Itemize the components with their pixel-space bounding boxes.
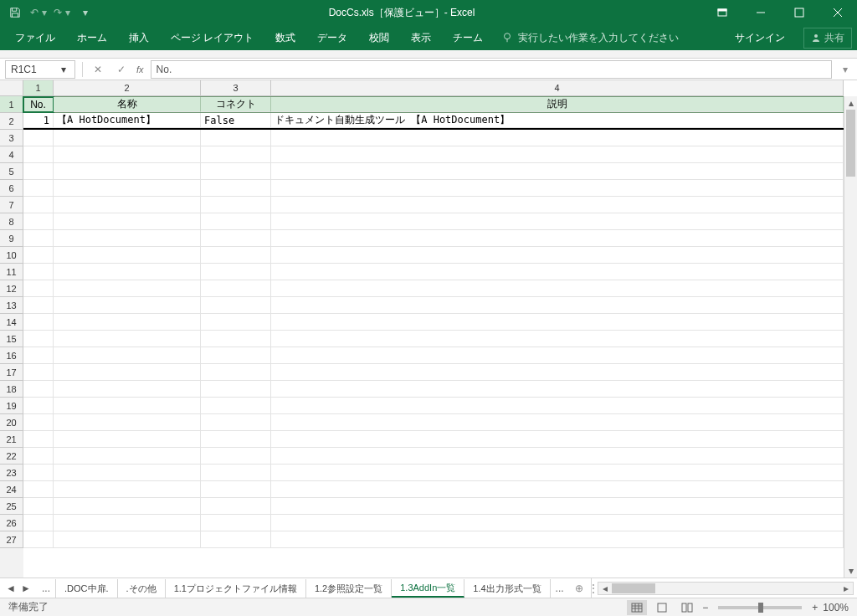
cell-empty[interactable] [23, 314, 54, 331]
cell-r1c4[interactable]: 説明 [271, 97, 844, 112]
cell-empty[interactable] [54, 414, 201, 431]
worksheet[interactable]: 1 2 3 4 12345678910111213141516171819202… [0, 80, 857, 578]
cell-empty[interactable] [201, 364, 271, 381]
tab-file[interactable]: ファイル [5, 26, 65, 50]
cell-empty[interactable] [271, 314, 844, 331]
row-header-5[interactable]: 5 [0, 163, 23, 180]
cell-empty[interactable] [201, 314, 271, 331]
cell-empty[interactable] [23, 197, 54, 213]
tell-me-search[interactable]: 実行したい作業を入力してください [501, 31, 679, 45]
row-header-19[interactable]: 19 [0, 398, 23, 414]
cell-empty[interactable] [201, 130, 271, 146]
view-normal-icon[interactable] [627, 600, 647, 615]
row-header-3[interactable]: 3 [0, 130, 23, 146]
cell-empty[interactable] [201, 414, 271, 431]
cell-empty[interactable] [54, 381, 201, 398]
cell-empty[interactable] [201, 297, 271, 314]
cell-empty[interactable] [23, 331, 54, 347]
tab-home[interactable]: ホーム [67, 26, 117, 50]
signin-link[interactable]: サインイン [725, 26, 795, 50]
cell-r1c1[interactable]: No. [23, 97, 54, 112]
cell-empty[interactable] [23, 213, 54, 230]
cell-empty[interactable] [271, 448, 844, 465]
cell-r2c2[interactable]: 【A HotDocument】 [54, 113, 201, 128]
row-header-10[interactable]: 10 [0, 247, 23, 264]
cell-empty[interactable] [54, 331, 201, 347]
cell-empty[interactable] [54, 247, 201, 264]
tab-team[interactable]: チーム [443, 26, 493, 50]
vertical-scrollbar[interactable]: ▴ ▾ [844, 96, 857, 578]
cell-empty[interactable] [23, 465, 54, 481]
cell-empty[interactable] [201, 180, 271, 197]
row-header-1[interactable]: 1 [0, 96, 23, 113]
cell-empty[interactable] [23, 280, 54, 297]
row-header-11[interactable]: 11 [0, 264, 23, 280]
cell-empty[interactable] [23, 347, 54, 364]
cell-empty[interactable] [23, 398, 54, 414]
qat-customize-icon[interactable]: ▾ [75, 3, 95, 23]
cell-empty[interactable] [271, 180, 844, 197]
ribbon-display-icon[interactable] [703, 0, 742, 25]
cell-empty[interactable] [23, 498, 54, 515]
formula-input[interactable]: No. [151, 60, 832, 79]
row-header-23[interactable]: 23 [0, 465, 23, 481]
cell-empty[interactable] [23, 247, 54, 264]
tabs-overflow-right[interactable]: ... [551, 583, 569, 594]
cell-empty[interactable] [201, 398, 271, 414]
cell-empty[interactable] [54, 448, 201, 465]
cell-empty[interactable] [23, 146, 54, 163]
cell-empty[interactable] [271, 498, 844, 515]
row-header-26[interactable]: 26 [0, 515, 23, 531]
zoom-in-button[interactable]: + [812, 602, 818, 613]
tab-nav-next-icon[interactable]: ► [20, 583, 32, 594]
cell-empty[interactable] [201, 531, 271, 548]
expand-formula-icon[interactable]: ▾ [839, 64, 852, 75]
cell-r2c3[interactable]: False [201, 113, 271, 128]
cell-empty[interactable] [54, 280, 201, 297]
row-header-21[interactable]: 21 [0, 431, 23, 448]
row-header-24[interactable]: 24 [0, 481, 23, 498]
cell-empty[interactable] [201, 247, 271, 264]
minimize-icon[interactable] [742, 0, 780, 25]
zoom-level[interactable]: 100% [823, 602, 849, 613]
name-box[interactable]: R1C1 ▾ [5, 60, 75, 79]
row-header-17[interactable]: 17 [0, 364, 23, 381]
accept-formula-icon[interactable]: ✓ [113, 61, 130, 78]
cell-empty[interactable] [201, 498, 271, 515]
cell-empty[interactable] [271, 163, 844, 180]
sheet-tab-13-active[interactable]: 1.3AddIn一覧 [392, 579, 464, 598]
row-header-7[interactable]: 7 [0, 197, 23, 213]
row-header-13[interactable]: 13 [0, 297, 23, 314]
share-button[interactable]: 共有 [803, 28, 852, 49]
cell-empty[interactable] [23, 414, 54, 431]
cell-empty[interactable] [201, 381, 271, 398]
cell-empty[interactable] [271, 481, 844, 498]
cell-empty[interactable] [23, 264, 54, 280]
cell-empty[interactable] [271, 431, 844, 448]
cell-empty[interactable] [54, 264, 201, 280]
cell-empty[interactable] [271, 414, 844, 431]
select-all-corner[interactable] [0, 80, 23, 96]
cell-empty[interactable] [23, 180, 54, 197]
zoom-out-button[interactable]: − [702, 602, 708, 613]
cell-empty[interactable] [23, 481, 54, 498]
cell-empty[interactable] [201, 264, 271, 280]
new-sheet-icon[interactable]: ⊕ [569, 583, 589, 594]
cell-empty[interactable] [54, 347, 201, 364]
cell-empty[interactable] [201, 146, 271, 163]
col-header-3[interactable]: 3 [201, 80, 271, 95]
redo-icon[interactable]: ↷ ▾ [52, 3, 72, 23]
cell-empty[interactable] [271, 465, 844, 481]
cell-empty[interactable] [271, 331, 844, 347]
fx-icon[interactable]: fx [136, 64, 144, 74]
cell-empty[interactable] [201, 515, 271, 531]
tab-nav-prev-icon[interactable]: ◄ [5, 583, 17, 594]
cell-empty[interactable] [201, 213, 271, 230]
cell-empty[interactable] [23, 230, 54, 247]
row-header-22[interactable]: 22 [0, 448, 23, 465]
sheet-tab-other[interactable]: .その他 [118, 579, 166, 598]
cell-empty[interactable] [271, 280, 844, 297]
cell-empty[interactable] [271, 347, 844, 364]
cell-empty[interactable] [271, 264, 844, 280]
cell-empty[interactable] [271, 364, 844, 381]
